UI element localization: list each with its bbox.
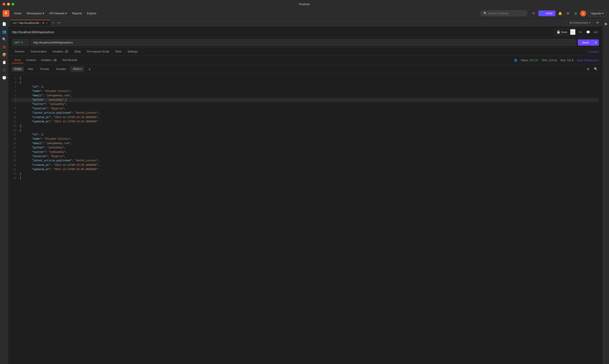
view-raw-button[interactable]: Raw xyxy=(25,67,36,71)
line-number: 22 xyxy=(12,167,16,171)
postman-logo[interactable]: P xyxy=(2,10,9,17)
tab-body[interactable]: Body xyxy=(71,48,84,56)
nav-workspaces[interactable]: Workspaces ▾ xyxy=(25,11,46,16)
request-bar: GET ▾ Send ▾ xyxy=(9,38,602,48)
nav-explore[interactable]: Explore xyxy=(85,11,98,16)
line-content: "created_at": "2021-12-14T09:25:06.00000… xyxy=(20,163,99,167)
tab-pre-request[interactable]: Pre-request Script xyxy=(84,48,112,56)
filter-icon[interactable]: ≡ xyxy=(87,66,93,72)
response-area: Body Cookies Headers 7 Test Results 🌐 St… xyxy=(9,56,602,364)
line-number: 21 xyxy=(12,163,16,167)
avatar[interactable]: ● xyxy=(580,11,586,16)
json-line: 23 } xyxy=(12,172,599,176)
tab-headers[interactable]: Headers 7 xyxy=(50,48,71,56)
tab-params[interactable]: Params xyxy=(12,48,28,56)
tab-settings[interactable]: Settings xyxy=(125,48,141,56)
tab-close-icon[interactable]: ✕ xyxy=(46,22,48,24)
save-button[interactable]: 💾 Save xyxy=(554,29,570,35)
sidebar-item-apis[interactable]: 🔍 xyxy=(1,36,8,43)
edit-icon[interactable]: ✏ xyxy=(577,29,583,35)
save-dropdown-button[interactable]: ▾ xyxy=(570,29,576,35)
bell-icon[interactable]: ◎ xyxy=(572,11,579,16)
nav-api-network[interactable]: API Network ▾ xyxy=(47,11,69,16)
method-selector[interactable]: GET ▾ xyxy=(12,39,29,46)
code-icon[interactable]: </> xyxy=(593,29,599,35)
resp-tab-cookies[interactable]: Cookies xyxy=(24,57,39,63)
json-line: 19 "location": "Nigeria", xyxy=(12,154,599,158)
sidebar-item-new[interactable]: 📄 xyxy=(1,20,8,27)
search-bar[interactable]: 🔍 Search Postman xyxy=(480,11,527,16)
line-content: "github": "yemiwebby", xyxy=(20,145,66,150)
eye-icon[interactable]: 👁 xyxy=(595,20,600,26)
chevron-down-icon: ▾ xyxy=(43,12,44,15)
settings-icon[interactable]: ⚙ xyxy=(565,11,571,16)
line-number: 5 xyxy=(12,93,16,98)
resp-tab-headers[interactable]: Headers 7 xyxy=(39,57,59,63)
right-sidebar-icon[interactable]: ⬢ xyxy=(602,20,609,27)
sync-icon[interactable]: ⟳ xyxy=(531,11,537,16)
json-line: 24] xyxy=(12,176,599,180)
tab-tests[interactable]: Tests xyxy=(112,48,125,56)
sidebar-item-history[interactable]: 🕐 xyxy=(1,74,8,81)
upgrade-button[interactable]: Upgrade ▾ xyxy=(588,10,607,16)
json-line: 4 "name": "Oluyemi Olususi", xyxy=(12,89,599,93)
invite-button[interactable]: 👤 Invite xyxy=(538,11,555,16)
notification-icon[interactable]: 🔔 xyxy=(557,11,563,16)
tab-method: GET xyxy=(13,22,18,24)
response-tabs-bar: Body Cookies Headers 7 Test Results 🌐 St… xyxy=(9,56,602,65)
more-tabs-button[interactable]: ••• xyxy=(56,20,62,25)
comment-icon[interactable]: 💬 xyxy=(585,29,591,35)
titlebar: Postman xyxy=(0,0,609,8)
close-button[interactable] xyxy=(2,3,5,6)
url-input[interactable] xyxy=(31,39,576,46)
json-line: 15 "name": "Oluyemi Olususi", xyxy=(12,137,599,141)
search-icon[interactable]: 🔍 xyxy=(593,66,599,72)
copy-icon[interactable]: ⧉ xyxy=(585,66,591,72)
sidebar-item-environments[interactable]: ⊞ xyxy=(1,43,8,50)
line-number: 19 xyxy=(12,154,16,158)
headers-badge: 7 xyxy=(65,50,69,53)
cookies-link[interactable]: Cookies xyxy=(589,50,599,53)
save-group: 💾 Save ▾ xyxy=(554,29,576,35)
view-pretty-button[interactable]: Pretty xyxy=(12,67,24,71)
json-line: 11 "updated_at": "2021-12-14T09:24:36.00… xyxy=(12,119,599,124)
chevron-down-icon: ▾ xyxy=(81,67,82,71)
request-tab[interactable]: GET http://localhost:80... ✕ xyxy=(10,20,50,26)
json-line: 14 "id": 2, xyxy=(12,132,599,137)
send-dropdown-button[interactable]: ▾ xyxy=(593,39,599,46)
line-content: "latest_article_published": "Auth0_Larav… xyxy=(20,158,99,163)
sidebar-item-mock-servers[interactable]: 📦 xyxy=(1,51,8,58)
main-content: GET http://localhost:80... ✕ + ••• No En… xyxy=(9,19,602,364)
json-line: 10 "created_at": "2021-12-14T09:24:36.00… xyxy=(12,115,599,119)
sidebar-item-monitors[interactable]: 📋 xyxy=(1,59,8,66)
json-line: 16 "email": "yemi@webby.com", xyxy=(12,141,599,145)
view-preview-button[interactable]: Preview xyxy=(37,67,52,71)
environment-selector[interactable]: No Environment ▾ xyxy=(567,20,593,25)
maximize-button[interactable] xyxy=(12,3,14,6)
line-content: "location": "Nigeria", xyxy=(20,106,66,111)
chevron-down-icon: ▾ xyxy=(602,12,604,15)
globe-icon: 🌐 xyxy=(514,59,517,62)
nav-reports[interactable]: Reports xyxy=(70,11,84,16)
view-visualize-button[interactable]: Visualize xyxy=(53,67,69,71)
send-button[interactable]: Send xyxy=(578,39,593,46)
sidebar-item-collections[interactable]: 👥 xyxy=(1,28,8,35)
nav-actions: ⟳ 👤 Invite 🔔 ⚙ ◎ ● Upgrade ▾ xyxy=(531,10,607,16)
tab-authorization[interactable]: Authorization xyxy=(28,48,50,56)
topnav: P Home Workspaces ▾ API Network ▾ Report… xyxy=(0,8,609,19)
add-tab-button[interactable]: + xyxy=(50,20,56,26)
sidebar-item-flows[interactable]: ⬡ xyxy=(1,66,8,73)
line-number: 1 xyxy=(12,76,16,80)
format-selector[interactable]: JSON ▾ xyxy=(70,66,84,72)
json-line: 5 "email": "yemi@webby.com", xyxy=(12,93,599,98)
line-number: 6 xyxy=(12,98,16,102)
nav-home[interactable]: Home xyxy=(12,11,24,16)
tab-label: http://localhost:80... xyxy=(19,22,41,25)
line-content: "name": "Oluyemi Olususi", xyxy=(20,89,72,93)
save-response-button[interactable]: Save Response ▾ xyxy=(577,59,599,62)
json-content[interactable]: 1[2 {3 "id": 1,4 "name": "Oluyemi Olusus… xyxy=(9,74,602,364)
resp-tab-test-results[interactable]: Test Results xyxy=(59,57,80,63)
resp-tab-body[interactable]: Body xyxy=(12,57,24,63)
line-content: [ xyxy=(20,76,21,80)
minimize-button[interactable] xyxy=(7,3,10,6)
